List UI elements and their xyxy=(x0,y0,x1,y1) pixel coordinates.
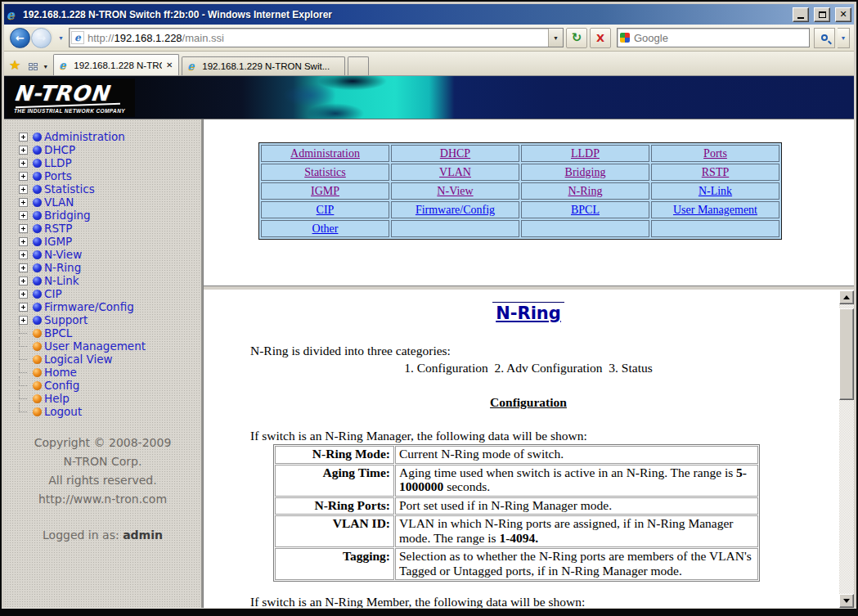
expand-icon[interactable] xyxy=(19,211,28,220)
sidebar-item-label[interactable]: Support xyxy=(44,313,88,326)
sidebar-item-label[interactable]: Logout xyxy=(44,405,82,418)
maximize-button[interactable] xyxy=(814,7,830,22)
sidebar-item-vlan[interactable]: VLAN xyxy=(4,196,201,209)
expand-icon[interactable] xyxy=(19,172,28,181)
tab-1[interactable]: e 192.168.1.228 N-TRON ... ✕ xyxy=(53,54,179,75)
refresh-button[interactable]: ↻ xyxy=(566,28,587,48)
stop-button[interactable]: X xyxy=(590,28,611,48)
favorites-star-icon[interactable]: ★ xyxy=(7,57,25,75)
sidebar-item-label[interactable]: Administration xyxy=(44,130,125,143)
link-dhcp[interactable]: DHCP xyxy=(440,147,470,160)
minimize-button[interactable] xyxy=(793,7,809,22)
scrollbar-track[interactable] xyxy=(839,400,854,594)
expand-icon[interactable] xyxy=(19,290,28,299)
sidebar-item-support[interactable]: Support xyxy=(4,313,201,326)
back-button[interactable]: ← xyxy=(10,28,30,48)
expand-icon[interactable] xyxy=(19,237,28,246)
sidebar-item-label[interactable]: Home xyxy=(44,366,77,379)
scroll-down-button[interactable] xyxy=(839,594,854,608)
sidebar-item-firmware-config[interactable]: Firmware/Config xyxy=(4,300,201,313)
sidebar-item-dhcp[interactable]: DHCP xyxy=(4,143,201,156)
link-user-management[interactable]: User Management xyxy=(673,204,757,216)
link-nring[interactable]: N-Ring xyxy=(568,185,603,197)
link-nview[interactable]: N-View xyxy=(437,185,473,197)
tab-close-icon[interactable]: ✕ xyxy=(165,61,173,70)
sidebar-item-label[interactable]: Bridging xyxy=(44,209,91,222)
sidebar-item-label[interactable]: IGMP xyxy=(44,235,72,248)
search-input[interactable] xyxy=(634,32,809,44)
sidebar-item-cip[interactable]: CIP xyxy=(4,287,201,300)
new-tab-stub[interactable] xyxy=(348,56,369,75)
sidebar-item-administration[interactable]: Administration xyxy=(4,130,201,143)
close-button[interactable]: ✕ xyxy=(835,7,851,22)
sidebar-item-nview[interactable]: N-View xyxy=(4,248,201,261)
sidebar-item-label[interactable]: Help xyxy=(44,392,70,405)
address-bar[interactable]: e http:// 192.168.1.228 /main.ssi ▼ xyxy=(69,28,564,47)
sidebar-item-bpcl[interactable]: BPCL xyxy=(4,326,201,339)
sidebar-item-label[interactable]: VLAN xyxy=(44,196,74,209)
link-cip[interactable]: CIP xyxy=(317,204,335,216)
sidebar-item-lldp[interactable]: LLDP xyxy=(4,156,201,169)
sidebar-item-ports[interactable]: Ports xyxy=(4,169,201,182)
sidebar-item-nlink[interactable]: N-Link xyxy=(4,274,201,287)
sidebar-item-bridging[interactable]: Bridging xyxy=(4,209,201,222)
link-administration[interactable]: Administration xyxy=(290,147,360,160)
sidebar-item-label[interactable]: Statistics xyxy=(44,182,95,196)
sidebar-item-label[interactable]: LLDP xyxy=(44,156,72,169)
sidebar-item-logical-view[interactable]: Logical View xyxy=(4,353,201,366)
expand-icon[interactable] xyxy=(19,250,28,259)
sidebar-item-label[interactable]: BPCL xyxy=(44,326,72,339)
sidebar-item-help[interactable]: Help xyxy=(4,392,201,405)
link-igmp[interactable]: IGMP xyxy=(311,185,339,197)
sidebar-item-label[interactable]: N-Ring xyxy=(44,261,81,274)
sidebar-item-nring[interactable]: N-Ring xyxy=(4,261,201,274)
address-dropdown-button[interactable]: ▼ xyxy=(548,29,563,47)
sidebar-item-label[interactable]: User Management xyxy=(44,339,146,353)
quick-tabs-icon[interactable] xyxy=(25,63,41,75)
expand-icon[interactable] xyxy=(19,159,28,168)
link-statistics[interactable]: Statistics xyxy=(304,166,346,178)
expand-icon[interactable] xyxy=(19,133,28,142)
expand-icon[interactable] xyxy=(19,263,28,272)
tab-list-dropdown[interactable]: ▼ xyxy=(41,64,53,75)
sidebar-item-label[interactable]: N-View xyxy=(44,248,82,261)
link-ports[interactable]: Ports xyxy=(703,147,727,160)
search-box[interactable] xyxy=(617,28,810,47)
link-nlink[interactable]: N-Link xyxy=(699,185,732,197)
recent-pages-dropdown[interactable]: ▼ xyxy=(56,35,66,41)
expand-icon[interactable] xyxy=(19,316,28,325)
scroll-up-button[interactable] xyxy=(839,290,854,304)
expand-icon[interactable] xyxy=(19,185,28,194)
forward-button[interactable]: → xyxy=(31,28,52,48)
title-bar[interactable]: e 192.168.1.228 N-TRON Switch ff:2b:00 -… xyxy=(4,4,854,25)
expand-icon[interactable] xyxy=(19,146,28,155)
link-other[interactable]: Other xyxy=(312,223,339,235)
tab-2[interactable]: e 192.168.1.229 N-TRON Swit... xyxy=(182,56,345,75)
link-bpcl[interactable]: BPCL xyxy=(571,204,600,216)
link-firmware-config[interactable]: Firmware/Config xyxy=(416,204,495,216)
sidebar-item-label[interactable]: Firmware/Config xyxy=(44,300,134,313)
sidebar-item-label[interactable]: Ports xyxy=(44,169,72,182)
expand-icon[interactable] xyxy=(19,224,28,233)
sidebar-item-label[interactable]: Config xyxy=(44,379,79,392)
vertical-scrollbar[interactable] xyxy=(839,290,854,608)
sidebar-item-config[interactable]: Config xyxy=(4,379,201,392)
scrollbar-thumb[interactable] xyxy=(839,308,854,400)
link-vlan[interactable]: VLAN xyxy=(439,166,471,178)
search-go-button[interactable] xyxy=(814,28,835,48)
link-rstp[interactable]: RSTP xyxy=(702,166,729,178)
sidebar-item-igmp[interactable]: IGMP xyxy=(4,235,201,248)
sidebar-item-label[interactable]: N-Link xyxy=(44,274,79,287)
sidebar-item-label[interactable]: CIP xyxy=(44,287,62,300)
sidebar-item-home[interactable]: Home xyxy=(4,366,201,379)
sidebar-item-statistics[interactable]: Statistics xyxy=(4,182,201,196)
page-title[interactable]: N-Ring xyxy=(492,302,564,323)
sidebar-item-user-management[interactable]: User Management xyxy=(4,339,201,353)
sidebar-item-label[interactable]: Logical View xyxy=(44,353,113,366)
expand-icon[interactable] xyxy=(19,303,28,312)
sidebar-item-label[interactable]: DHCP xyxy=(44,143,75,156)
link-bridging[interactable]: Bridging xyxy=(565,166,606,178)
sidebar-item-label[interactable]: RSTP xyxy=(44,222,72,235)
link-lldp[interactable]: LLDP xyxy=(571,147,600,160)
sidebar-item-rstp[interactable]: RSTP xyxy=(4,222,201,235)
